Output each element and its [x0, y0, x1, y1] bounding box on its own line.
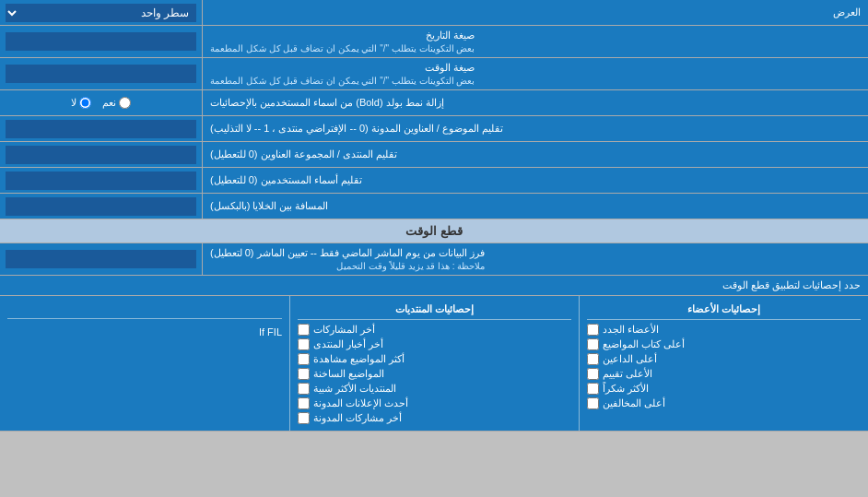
cb-top-rated-check[interactable]	[587, 368, 599, 380]
subject-title-input-container: 33	[0, 116, 203, 141]
cb-last-news-check[interactable]	[298, 338, 310, 350]
cutoff-input[interactable]: 0	[6, 250, 196, 268]
cb-most-viewed: أكثر المواضيع مشاهدة	[298, 353, 571, 365]
cb-top-inviters: أعلى الداعين	[587, 353, 861, 365]
display-select-container: سطر واحد سطران ثلاثة أسطر	[0, 0, 203, 25]
cutoff-row-label: فرز البيانات من يوم الماشر الماضي فقط --…	[203, 243, 868, 275]
radio-no[interactable]	[79, 97, 91, 109]
radio-no-label: لا	[71, 97, 91, 109]
cb-last-posts: أخر المشاركات	[298, 324, 571, 336]
define-row: حدد إحصائيات لتطبيق قطع الوقت	[0, 276, 868, 296]
cb-most-similar-forums-check[interactable]	[298, 383, 310, 395]
forum-title-input-container: 33	[0, 142, 203, 167]
time-format-input[interactable]: H:i	[6, 65, 196, 83]
col-forums: إحصائيات المنتديات أخر المشاركات أخر أخب…	[289, 296, 579, 431]
col-extra-header	[7, 300, 282, 319]
time-format-label: صيغة الوقت بعض التكوينات يتطلب "/" التي …	[203, 58, 868, 89]
cell-spacing-input-container: 2	[0, 194, 203, 219]
cb-latest-blog-announcements-check[interactable]	[298, 397, 310, 409]
time-format-input-container: H:i	[0, 58, 203, 89]
date-format-input-container: d-m	[0, 26, 203, 57]
radio-yes-label: نعم	[102, 97, 131, 109]
col-extra: If FIL	[0, 296, 289, 431]
if-fil-label: If FIL	[7, 323, 282, 341]
bold-stats-label: إزالة نمط بولد (Bold) من اسماء المستخدمي…	[203, 90, 868, 115]
cb-hot-topics: المواضيع الساخنة	[298, 368, 571, 380]
date-format-input[interactable]: d-m	[6, 32, 196, 51]
cb-top-topic-writers-check[interactable]	[587, 338, 599, 350]
col-members: إحصائيات الأعضاء الأعضاء الجدد أعلى كتاب…	[579, 296, 868, 431]
user-names-input-container: 0	[0, 168, 203, 193]
cutoff-section-header: قطع الوقت	[0, 219, 868, 243]
cb-hot-topics-check[interactable]	[298, 368, 310, 380]
display-select[interactable]: سطر واحد سطران ثلاثة أسطر	[6, 4, 196, 22]
cell-spacing-row: المسافة بين الخلايا (بالبكسل) 2	[0, 194, 868, 219]
cb-last-blog-posts-check[interactable]	[298, 412, 310, 424]
forum-title-row: تقليم المنتدى / المجموعة العناوين (0 للت…	[0, 142, 868, 168]
cb-most-thanked-check[interactable]	[587, 383, 599, 395]
bold-stats-input-container: نعم لا	[0, 90, 203, 115]
forum-title-label: تقليم المنتدى / المجموعة العناوين (0 للت…	[203, 142, 868, 167]
date-format-row: صيغة التاريخ بعض التكوينات يتطلب "/" الت…	[0, 26, 868, 58]
bold-stats-row: إزالة نمط بولد (Bold) من اسماء المستخدمي…	[0, 90, 868, 116]
display-label: العرض	[203, 0, 868, 25]
cell-spacing-input[interactable]: 2	[6, 197, 196, 216]
radio-yes[interactable]	[119, 97, 131, 109]
cb-last-blog-posts: أخر مشاركات المدونة	[298, 412, 571, 424]
cb-top-inviters-check[interactable]	[587, 353, 599, 365]
user-names-row: تقليم أسماء المستخدمين (0 للتعطيل) 0	[0, 168, 868, 194]
date-format-label: صيغة التاريخ بعض التكوينات يتطلب "/" الت…	[203, 26, 868, 57]
cb-most-thanked: الأكثر شكراً	[587, 383, 861, 395]
cb-top-topic-writers: أعلى كتاب المواضيع	[587, 338, 861, 350]
cb-top-rated: الأعلى تقييم	[587, 368, 861, 380]
cb-most-similar-forums: المنتديات الأكثر شبية	[298, 383, 571, 395]
cutoff-row: فرز البيانات من يوم الماشر الماضي فقط --…	[0, 243, 868, 276]
checkboxes-grid: إحصائيات الأعضاء الأعضاء الجدد أعلى كتاب…	[0, 296, 868, 432]
subject-title-row: تقليم الموضوع / العناوين المدونة (0 -- ا…	[0, 116, 868, 142]
cell-spacing-label: المسافة بين الخلايا (بالبكسل)	[203, 194, 868, 219]
cb-last-news: أخر أخبار المنتدى	[298, 338, 571, 350]
cb-latest-blog-announcements: أحدث الإعلانات المدونة	[298, 397, 571, 409]
col-forums-header: إحصائيات المنتديات	[298, 300, 571, 320]
cb-top-violators-check[interactable]	[587, 397, 599, 409]
user-names-label: تقليم أسماء المستخدمين (0 للتعطيل)	[203, 168, 868, 193]
user-names-input[interactable]: 0	[6, 172, 196, 190]
forum-title-input[interactable]: 33	[6, 146, 196, 164]
cb-top-violators: أعلى المخالفين	[587, 397, 861, 409]
cb-new-members: الأعضاء الجدد	[587, 324, 861, 336]
cb-most-viewed-check[interactable]	[298, 353, 310, 365]
subject-title-label: تقليم الموضوع / العناوين المدونة (0 -- ا…	[203, 116, 868, 141]
cb-new-members-check[interactable]	[587, 324, 599, 336]
cutoff-input-container: 0	[0, 243, 203, 275]
col-members-header: إحصائيات الأعضاء	[587, 300, 861, 320]
bold-stats-radio-group: نعم لا	[64, 97, 138, 109]
subject-title-input[interactable]: 33	[6, 120, 196, 138]
time-format-row: صيغة الوقت بعض التكوينات يتطلب "/" التي …	[0, 58, 868, 90]
cb-last-posts-check[interactable]	[298, 324, 310, 336]
